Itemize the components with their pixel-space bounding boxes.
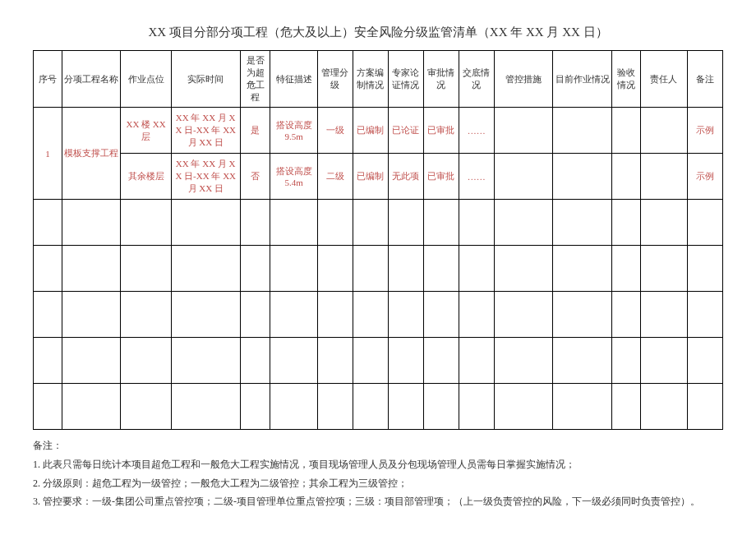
cell-empty bbox=[62, 246, 121, 292]
cell-remark: 示例 bbox=[687, 108, 722, 154]
note-item: 2. 分级原则：超危工程为一级管控；一般危大工程为二级管控；其余工程为三级管控； bbox=[33, 474, 723, 493]
header-loc: 作业点位 bbox=[121, 51, 171, 108]
cell-empty bbox=[34, 292, 62, 338]
cell-empty bbox=[459, 338, 494, 384]
table-row bbox=[34, 384, 723, 430]
cell-empty bbox=[171, 246, 240, 292]
header-level: 管理分级 bbox=[317, 51, 353, 108]
cell-empty bbox=[388, 246, 423, 292]
cell-disclose: …… bbox=[459, 108, 494, 154]
header-resp: 责任人 bbox=[640, 51, 687, 108]
notes-label: 备注： bbox=[33, 436, 723, 455]
cell-empty bbox=[640, 246, 687, 292]
header-feat: 特征描述 bbox=[270, 51, 317, 108]
cell-plan: 已编制 bbox=[353, 154, 388, 200]
header-approve: 审批情况 bbox=[423, 51, 459, 108]
cell-empty bbox=[317, 292, 353, 338]
cell-empty bbox=[317, 338, 353, 384]
header-expert: 专家论证情况 bbox=[388, 51, 423, 108]
cell-level: 一级 bbox=[317, 108, 353, 154]
header-current: 目前作业情况 bbox=[553, 51, 612, 108]
cell-empty bbox=[423, 384, 459, 430]
cell-empty bbox=[640, 292, 687, 338]
cell-empty bbox=[240, 200, 270, 246]
cell-empty bbox=[171, 292, 240, 338]
cell-empty bbox=[317, 246, 353, 292]
cell-empty bbox=[611, 384, 640, 430]
cell-empty bbox=[270, 200, 317, 246]
header-disclose: 交底情况 bbox=[459, 51, 494, 108]
cell-empty bbox=[353, 338, 388, 384]
cell-empty bbox=[121, 338, 171, 384]
header-accept: 验收情况 bbox=[611, 51, 640, 108]
cell-current bbox=[553, 108, 612, 154]
cell-empty bbox=[459, 292, 494, 338]
cell-name: 模板支撑工程 bbox=[62, 108, 121, 200]
cell-empty bbox=[353, 200, 388, 246]
cell-empty bbox=[687, 384, 722, 430]
cell-super: 是 bbox=[240, 108, 270, 154]
table-header-row: 序号 分项工程名称 作业点位 实际时间 是否为超危工程 特征描述 管理分级 方案… bbox=[34, 51, 723, 108]
cell-seq: 1 bbox=[34, 108, 62, 200]
cell-empty bbox=[388, 200, 423, 246]
header-seq: 序号 bbox=[34, 51, 62, 108]
cell-time: XX 年 XX 月 XX 日-XX 年 XX 月 XX 日 bbox=[171, 154, 240, 200]
cell-empty bbox=[240, 338, 270, 384]
notes-section: 备注： 1. 此表只需每日统计本项目超危工程和一般危大工程实施情况，项目现场管理… bbox=[33, 436, 723, 511]
cell-empty bbox=[553, 292, 612, 338]
cell-accept bbox=[611, 154, 640, 200]
header-super: 是否为超危工程 bbox=[240, 51, 270, 108]
header-control: 管控措施 bbox=[494, 51, 553, 108]
cell-empty bbox=[171, 200, 240, 246]
cell-empty bbox=[171, 384, 240, 430]
cell-empty bbox=[687, 246, 722, 292]
cell-feat: 搭设高度 9.5m bbox=[270, 108, 317, 154]
cell-loc: XX 楼 XX 层 bbox=[121, 108, 171, 154]
cell-level: 二级 bbox=[317, 154, 353, 200]
cell-empty bbox=[353, 384, 388, 430]
page-title: XX 项目分部分项工程（危大及以上）安全风险分级监管清单（XX 年 XX 月 X… bbox=[33, 25, 723, 40]
cell-empty bbox=[121, 292, 171, 338]
table-row bbox=[34, 246, 723, 292]
table-row bbox=[34, 200, 723, 246]
cell-empty bbox=[270, 292, 317, 338]
cell-empty bbox=[494, 200, 553, 246]
cell-empty bbox=[353, 246, 388, 292]
cell-empty bbox=[423, 246, 459, 292]
cell-empty bbox=[459, 246, 494, 292]
cell-control bbox=[494, 108, 553, 154]
cell-empty bbox=[270, 246, 317, 292]
header-name: 分项工程名称 bbox=[62, 51, 121, 108]
cell-disclose: …… bbox=[459, 154, 494, 200]
cell-expert: 无此项 bbox=[388, 154, 423, 200]
table-row bbox=[34, 292, 723, 338]
cell-empty bbox=[388, 384, 423, 430]
cell-empty bbox=[640, 200, 687, 246]
cell-empty bbox=[611, 292, 640, 338]
note-item: 1. 此表只需每日统计本项目超危工程和一般危大工程实施情况，项目现场管理人员及分… bbox=[33, 455, 723, 474]
cell-loc: 其余楼层 bbox=[121, 154, 171, 200]
cell-accept bbox=[611, 108, 640, 154]
cell-empty bbox=[240, 292, 270, 338]
cell-empty bbox=[121, 384, 171, 430]
cell-time: XX 年 XX 月 XX 日-XX 年 XX 月 XX 日 bbox=[171, 108, 240, 154]
cell-empty bbox=[270, 338, 317, 384]
cell-empty bbox=[34, 338, 62, 384]
cell-empty bbox=[640, 338, 687, 384]
table-row: 其余楼层 XX 年 XX 月 XX 日-XX 年 XX 月 XX 日 否 搭设高… bbox=[34, 154, 723, 200]
cell-empty bbox=[240, 246, 270, 292]
cell-empty bbox=[611, 338, 640, 384]
cell-resp bbox=[640, 108, 687, 154]
note-item: 3. 管控要求：一级-集团公司重点管控项；二级-项目管理单位重点管控项；三级：项… bbox=[33, 492, 723, 511]
cell-empty bbox=[388, 292, 423, 338]
cell-empty bbox=[687, 292, 722, 338]
cell-empty bbox=[34, 200, 62, 246]
cell-empty bbox=[171, 338, 240, 384]
cell-empty bbox=[640, 384, 687, 430]
cell-empty bbox=[459, 200, 494, 246]
cell-empty bbox=[687, 200, 722, 246]
cell-empty bbox=[121, 246, 171, 292]
cell-empty bbox=[553, 200, 612, 246]
cell-empty bbox=[240, 384, 270, 430]
cell-empty bbox=[423, 292, 459, 338]
